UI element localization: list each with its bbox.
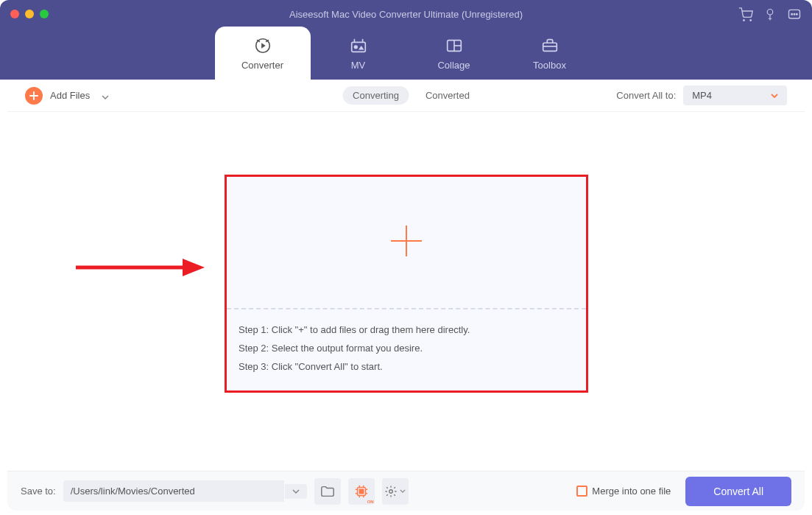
app-header: Aiseesoft Mac Video Converter Ultimate (… xyxy=(0,0,812,80)
save-path-group xyxy=(63,480,307,502)
add-plus-icon[interactable] xyxy=(388,223,425,262)
on-badge: ON xyxy=(367,500,374,504)
format-selected-value: MP4 xyxy=(692,90,712,101)
save-path-dropdown[interactable] xyxy=(285,484,307,499)
checkbox-icon xyxy=(576,486,587,497)
chevron-down-icon xyxy=(292,489,300,494)
step-1: Step 1: Click "+" to add files or drag t… xyxy=(239,324,574,335)
cart-icon[interactable] xyxy=(738,7,753,25)
converted-tab[interactable]: Converted xyxy=(426,90,470,101)
folder-icon xyxy=(320,485,335,498)
instruction-steps: Step 1: Click "+" to add files or drag t… xyxy=(239,324,574,372)
converting-tab[interactable]: Converting xyxy=(342,86,409,105)
settings-button[interactable] xyxy=(382,478,409,505)
tab-label: Converter xyxy=(241,60,283,71)
svg-point-6 xyxy=(797,13,798,15)
merge-checkbox[interactable]: Merge into one file xyxy=(576,486,671,497)
convert-all-button[interactable]: Convert All xyxy=(685,477,791,506)
svg-point-2 xyxy=(767,10,773,15)
svg-marker-8 xyxy=(261,43,266,48)
convert-to-group: Convert All to: MP4 xyxy=(616,85,787,105)
svg-point-32 xyxy=(389,489,393,493)
tab-collage[interactable]: Collage xyxy=(406,27,502,80)
window-title: Aiseesoft Mac Video Converter Ultimate (… xyxy=(0,9,812,20)
svg-point-10 xyxy=(354,46,357,49)
converter-icon xyxy=(253,36,272,55)
key-icon[interactable] xyxy=(763,8,777,24)
svg-point-0 xyxy=(744,20,745,21)
sub-toolbar: Add Files Converting Converted Convert A… xyxy=(7,80,805,112)
convert-to-label: Convert All to: xyxy=(616,90,676,101)
svg-point-4 xyxy=(791,13,793,15)
header-icons xyxy=(738,7,802,25)
tab-label: Collage xyxy=(437,60,470,71)
footer-bar: Save to: ON Merge into one file Convert … xyxy=(7,471,805,511)
svg-marker-19 xyxy=(183,259,205,276)
svg-point-1 xyxy=(750,20,752,21)
tab-toolbox[interactable]: Toolbox xyxy=(502,27,598,80)
annotation-arrow-icon xyxy=(72,256,205,281)
chevron-down-icon[interactable] xyxy=(102,89,109,102)
merge-label: Merge into one file xyxy=(592,486,671,497)
svg-rect-14 xyxy=(543,43,557,51)
tab-label: Toolbox xyxy=(533,60,566,71)
chevron-down-icon xyxy=(771,94,778,98)
tab-label: MV xyxy=(351,60,366,71)
save-to-label: Save to: xyxy=(21,486,56,497)
status-tabs: Converting Converted xyxy=(342,86,470,105)
tab-converter[interactable]: Converter xyxy=(215,27,311,80)
svg-rect-23 xyxy=(359,489,363,493)
collage-icon xyxy=(445,36,464,55)
divider xyxy=(227,308,586,309)
svg-rect-9 xyxy=(351,42,365,52)
add-files-label: Add Files xyxy=(50,90,90,101)
plus-icon xyxy=(25,87,43,105)
step-2: Step 2: Select the output format you des… xyxy=(239,343,574,354)
open-folder-button[interactable] xyxy=(314,478,341,505)
save-path-input[interactable] xyxy=(63,480,284,502)
step-3: Step 3: Click "Convert All" to start. xyxy=(239,361,574,372)
drop-zone[interactable]: Step 1: Click "+" to add files or drag t… xyxy=(225,175,588,393)
mv-icon xyxy=(349,36,368,55)
main-content: Step 1: Click "+" to add files or drag t… xyxy=(7,112,805,463)
main-tabs: Converter MV Collage Toolbox xyxy=(0,27,812,80)
svg-point-5 xyxy=(794,13,795,15)
tab-mv[interactable]: MV xyxy=(311,27,406,80)
chevron-down-icon xyxy=(400,489,406,493)
feedback-icon[interactable] xyxy=(787,7,802,25)
gear-icon xyxy=(384,485,398,498)
chip-icon xyxy=(354,484,369,499)
gpu-accel-button[interactable]: ON xyxy=(348,478,375,505)
format-select[interactable]: MP4 xyxy=(683,85,787,105)
toolbox-icon xyxy=(540,36,559,55)
add-files-button[interactable]: Add Files xyxy=(25,87,109,105)
